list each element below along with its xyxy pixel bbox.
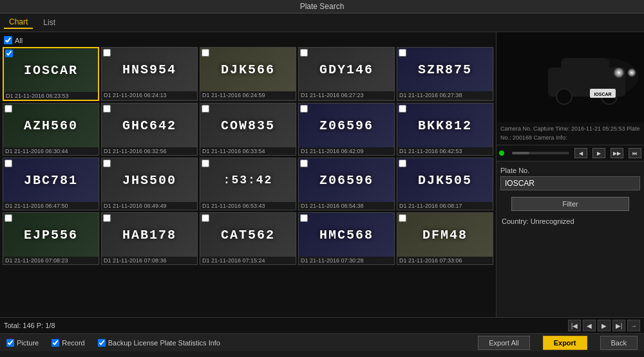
plate-number-text: GHC642 — [122, 118, 176, 133]
plate-image: IOSCAR — [4, 48, 98, 92]
plate-cell[interactable]: Z06596 D1 21-11-2016 06:54:38 — [298, 158, 395, 210]
svg-point-4 — [556, 89, 572, 104]
plate-number-text: IOSCAR — [24, 63, 78, 78]
plate-timestamp: D1 21-11-2016 07:08:36 — [102, 257, 197, 264]
plate-cell[interactable]: SZR875 D1 21-11-2016 06:27:38 — [397, 47, 493, 101]
tab-bar: Chart List — [0, 14, 644, 32]
next-page-btn[interactable]: ▶ — [598, 320, 611, 331]
plate-no-input[interactable] — [500, 176, 640, 190]
plate-timestamp: D1 21-11-2016 06:27:23 — [299, 91, 394, 99]
car-preview: IOSCAR — [497, 32, 644, 122]
plate-checkbox[interactable] — [103, 160, 111, 167]
plate-cell[interactable]: COW835 D1 21-11-2016 06:33:54 — [200, 103, 296, 156]
plate-cell[interactable]: JBC781 D1 21-11-2016 06:47:50 — [3, 158, 99, 210]
plate-cell[interactable]: JHS500 D1 21-11-2016 06:49:49 — [101, 158, 198, 210]
picture-checkbox-label[interactable]: Picture — [6, 339, 39, 347]
title-bar: Plate Search — [0, 0, 644, 14]
fast-forward-btn[interactable]: ⏭ — [629, 148, 641, 158]
right-panel: IOSCAR Camera No. Capture Time: 2016-11-… — [496, 32, 644, 317]
plate-timestamp: D1 21-11-2016 07:08:23 — [3, 257, 99, 264]
plate-cell[interactable]: BKK812 D1 21-11-2016 06:42:53 — [397, 103, 493, 156]
plate-checkbox[interactable] — [5, 105, 12, 113]
export-all-button[interactable]: Export All — [478, 336, 529, 350]
plate-checkbox[interactable] — [300, 214, 308, 222]
plate-cell[interactable]: Z06596 D1 21-11-2016 06:42:09 — [298, 103, 395, 156]
page-title: Plate Search — [300, 2, 345, 11]
plate-checkbox[interactable] — [300, 160, 308, 167]
record-checkbox[interactable] — [52, 339, 59, 347]
plate-timestamp: D1 21-11-2016 06:42:09 — [299, 147, 394, 155]
pagination-controls: |◀ ◀ ▶ ▶| → — [568, 320, 640, 331]
first-page-btn[interactable]: |◀ — [568, 320, 581, 331]
plate-checkbox[interactable] — [103, 214, 111, 222]
all-checkbox[interactable] — [4, 36, 12, 44]
last-page-btn[interactable]: ▶| — [612, 320, 625, 331]
plate-checkbox[interactable] — [399, 160, 406, 167]
plate-cell[interactable]: IOSCAR D1 21-11-2016 06:23:53 — [3, 47, 99, 101]
record-checkbox-label[interactable]: Record — [52, 339, 84, 347]
tab-list[interactable]: List — [38, 17, 61, 28]
plate-grid: IOSCAR D1 21-11-2016 06:23:53 HNS954 D1 … — [3, 47, 493, 265]
prev-btn[interactable]: ◀ — [574, 148, 587, 158]
plate-cell[interactable]: DFM48 D1 21-11-2016 07:33:06 — [397, 212, 493, 265]
all-label: All — [15, 37, 23, 44]
plate-checkbox[interactable] — [202, 49, 209, 57]
plate-number-text: JBC781 — [24, 173, 78, 188]
plate-image: JBC781 — [3, 158, 99, 202]
plate-checkbox[interactable] — [202, 160, 209, 167]
plate-cell[interactable]: AZH560 D1 21-11-2016 06:30:44 — [3, 103, 99, 156]
plate-no-label: Plate No. — [500, 167, 640, 174]
next-btn[interactable]: ▶▶ — [611, 148, 623, 158]
picture-checkbox[interactable] — [6, 339, 14, 347]
plate-cell[interactable]: :53:42 D1 21-11-2016 06:53:43 — [200, 158, 296, 210]
plate-timestamp: D1 21-11-2016 07:30:28 — [299, 257, 394, 264]
plate-cell[interactable]: DJK505 D1 21-11-2016 06:08:17 — [397, 158, 493, 210]
plate-checkbox[interactable] — [5, 160, 12, 167]
plate-number-text: SZR875 — [418, 62, 472, 77]
plate-timestamp: D1 21-11-2016 06:53:43 — [200, 202, 296, 210]
plate-checkbox[interactable] — [103, 49, 111, 57]
back-button[interactable]: Back — [600, 336, 638, 350]
plate-checkbox[interactable] — [5, 50, 13, 57]
plate-timestamp: D1 21-11-2016 06:32:56 — [102, 147, 197, 155]
play-btn[interactable]: ▶ — [592, 148, 605, 158]
plate-checkbox[interactable] — [399, 214, 406, 222]
plate-cell[interactable]: CAT562 D1 21-11-2016 07:15:24 — [200, 212, 296, 265]
plate-cell[interactable]: EJP556 D1 21-11-2016 07:08:23 — [3, 212, 99, 265]
footer: Picture Record Backup License Plate Stat… — [0, 333, 644, 351]
plate-timestamp: D1 21-11-2016 06:08:17 — [397, 202, 493, 210]
goto-page-btn[interactable]: → — [627, 320, 640, 331]
plate-cell[interactable]: GHC642 D1 21-11-2016 06:32:56 — [101, 103, 198, 156]
plate-image: JHS500 — [102, 158, 197, 202]
plate-image: Z06596 — [299, 104, 394, 147]
prev-page-btn[interactable]: ◀ — [583, 320, 596, 331]
plate-checkbox[interactable] — [399, 49, 406, 57]
plate-number-text: DJK566 — [221, 62, 275, 77]
backup-checkbox-label[interactable]: Backup License Plate Statistics Info — [98, 339, 220, 347]
svg-point-8 — [627, 68, 637, 78]
plate-checkbox[interactable] — [202, 105, 209, 113]
plate-checkbox[interactable] — [399, 105, 406, 113]
export-button[interactable]: Export — [543, 336, 587, 350]
plate-cell[interactable]: HNS954 D1 21-11-2016 06:24:13 — [101, 47, 198, 101]
plate-image: Z06596 — [299, 158, 394, 202]
plate-cell[interactable]: HAB178 D1 21-11-2016 07:08:36 — [101, 212, 198, 265]
plate-image: DJK566 — [200, 48, 296, 91]
preview-info: Camera No. Capture Time: 2016-11-21 05:2… — [497, 122, 644, 145]
plate-number-text: DFM48 — [422, 228, 468, 243]
filter-button[interactable]: Filter — [511, 197, 629, 211]
plate-cell[interactable]: HMC568 D1 21-11-2016 07:30:28 — [298, 212, 395, 265]
plate-checkbox[interactable] — [5, 214, 12, 222]
plate-timestamp: D1 21-11-2016 06:54:38 — [299, 202, 394, 210]
plate-checkbox[interactable] — [202, 214, 209, 222]
plate-checkbox[interactable] — [300, 49, 308, 57]
total-info: Total: 146 P: 1/8 — [4, 322, 55, 329]
backup-checkbox[interactable] — [98, 339, 106, 347]
plate-cell[interactable]: DJK566 D1 21-11-2016 06:24:59 — [200, 47, 296, 101]
plate-cell[interactable]: GDY146 D1 21-11-2016 06:27:23 — [298, 47, 395, 101]
tab-chart[interactable]: Chart — [4, 16, 33, 29]
plate-timestamp: D1 21-11-2016 06:33:54 — [200, 147, 296, 155]
plate-checkbox[interactable] — [103, 105, 111, 113]
plate-number-text: HNS954 — [122, 62, 176, 77]
plate-checkbox[interactable] — [300, 105, 308, 113]
